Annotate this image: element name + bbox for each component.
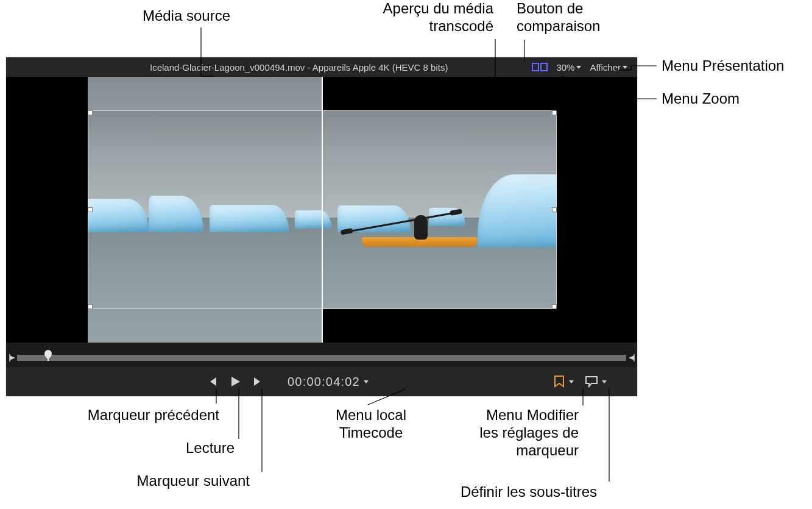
chevron-down-icon: [364, 380, 369, 383]
callout-prev-marker: Marqueur précédent: [37, 407, 219, 424]
svg-rect-0: [532, 63, 538, 71]
callout-presentation-menu: Menu Présentation: [662, 57, 784, 75]
iceberg: [88, 199, 149, 232]
callout-edit-marker: Menu Modifier les réglages de marqueur: [451, 407, 579, 459]
edit-marker-menu[interactable]: [553, 375, 565, 388]
zoom-menu[interactable]: 30%: [555, 62, 582, 73]
marker-and-caption-group: [553, 375, 607, 388]
callout-play: Lecture: [113, 440, 235, 457]
preview-window: Iceland-Glacier-Lagoon_v000494.mov - App…: [6, 57, 637, 396]
out-point-icon[interactable]: [629, 353, 635, 363]
display-menu[interactable]: Afficher: [588, 62, 629, 73]
playback-group: [207, 376, 263, 388]
viewer-topbar: Iceland-Glacier-Lagoon_v000494.mov - App…: [6, 57, 637, 77]
video-preview-area[interactable]: [6, 77, 637, 343]
chevron-down-icon: [623, 66, 627, 69]
in-point-icon[interactable]: [9, 353, 15, 363]
callout-transcoded-preview: Aperçu du média transcodé: [317, 0, 493, 35]
callout-next-marker: Marqueur suivant: [91, 472, 250, 490]
preview-canvas: [88, 77, 557, 343]
iceberg: [210, 205, 289, 232]
chevron-down-icon: [569, 380, 574, 383]
chevron-down-icon: [576, 66, 581, 69]
scrub-track[interactable]: [17, 355, 626, 361]
previous-marker-button[interactable]: [207, 376, 218, 387]
zoom-value: 30%: [556, 62, 574, 73]
play-button[interactable]: [229, 376, 241, 388]
transport-controls: 00:00:04:02: [6, 367, 637, 396]
compare-button[interactable]: [531, 60, 549, 74]
iceberg: [295, 210, 331, 229]
clip-title: Iceland-Glacier-Lagoon_v000494.mov - App…: [150, 62, 448, 73]
callout-zoom-menu: Menu Zoom: [662, 90, 740, 108]
callout-media-source: Média source: [41, 7, 230, 25]
timecode-value: 00:00:04:02: [288, 375, 360, 389]
callout-define-captions: Définir les sous-titres: [414, 483, 597, 501]
callout-compare-button: Bouton de comparaison: [517, 0, 638, 35]
display-menu-label: Afficher: [590, 62, 621, 73]
next-marker-button[interactable]: [252, 376, 263, 387]
timeline[interactable]: [6, 349, 637, 367]
callout-timecode-menu: Menu local Timecode: [316, 407, 426, 442]
set-captions-menu[interactable]: [585, 376, 598, 388]
timecode-menu[interactable]: 00:00:04:02: [288, 375, 369, 389]
chevron-down-icon: [602, 380, 607, 383]
playhead[interactable]: [44, 350, 52, 357]
svg-rect-1: [541, 63, 547, 71]
transcoded-media-pane: [88, 110, 557, 309]
